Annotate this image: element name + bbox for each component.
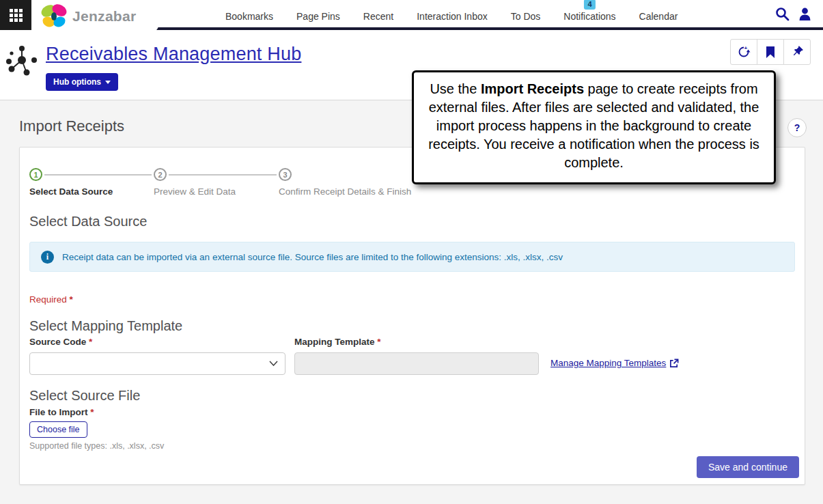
file-to-import-label: File to Import * bbox=[29, 407, 94, 417]
help-button[interactable]: ? bbox=[787, 118, 807, 137]
import-receipts-tooltip: Use the Import Receipts page to create r… bbox=[412, 70, 776, 184]
caret-down-icon bbox=[105, 81, 111, 84]
wizard-step-1-number: 1 bbox=[33, 171, 38, 179]
grid-icon bbox=[10, 9, 23, 22]
hub-molecule-icon bbox=[5, 44, 38, 78]
source-code-label-text: Source Code bbox=[29, 337, 86, 347]
supported-file-types-note: Supported file types: .xls, .xlsx, .csv bbox=[29, 441, 164, 451]
nav-page-pins[interactable]: Page Pins bbox=[296, 11, 340, 22]
required-note: Required * bbox=[29, 294, 73, 305]
save-and-continue-button[interactable]: Save and continue bbox=[697, 456, 799, 478]
hub-title-link[interactable]: Receivables Management Hub bbox=[46, 44, 301, 65]
select-source-file-heading: Select Source File bbox=[29, 388, 140, 404]
select-mapping-template-heading: Select Mapping Template bbox=[29, 318, 182, 334]
bookmark-icon bbox=[765, 46, 776, 59]
butterfly-logo-icon bbox=[40, 3, 68, 29]
nav-to-dos[interactable]: To Dos bbox=[511, 11, 541, 22]
wizard-step-2-circle: 2 bbox=[154, 168, 167, 181]
tooltip-text-bold: Import Receipts bbox=[481, 81, 584, 96]
pushpin-icon bbox=[790, 45, 804, 59]
manage-link-label: Manage Mapping Templates bbox=[550, 358, 666, 368]
info-banner: i Receipt data can be imported via an ex… bbox=[29, 242, 795, 272]
notification-count-badge: 4 bbox=[584, 0, 595, 10]
source-code-required-asterisk: * bbox=[89, 337, 92, 347]
brand-name: Jenzabar bbox=[72, 8, 136, 25]
svg-text:+: + bbox=[744, 45, 748, 51]
nav-calendar[interactable]: Calendar bbox=[639, 11, 678, 22]
user-icon[interactable] bbox=[798, 7, 812, 21]
nav-bookmarks[interactable]: Bookmarks bbox=[225, 11, 273, 22]
app-grid-button[interactable] bbox=[0, 0, 31, 30]
pin-page-button[interactable] bbox=[783, 39, 811, 65]
wizard-step-3-circle: 3 bbox=[279, 168, 292, 181]
refresh-plus-icon: + bbox=[737, 45, 751, 59]
wizard-step-2-label: Preview & Edit Data bbox=[154, 186, 236, 197]
page-title: Import Receipts bbox=[19, 117, 124, 135]
wizard-connector-1 bbox=[44, 174, 152, 176]
file-to-import-label-text: File to Import bbox=[29, 407, 88, 417]
hub-options-button[interactable]: Hub options bbox=[46, 73, 118, 91]
mapping-template-label-text: Mapping Template bbox=[294, 337, 375, 347]
top-nav: Jenzabar Bookmarks Page Pins Recent Inte… bbox=[0, 0, 823, 30]
info-banner-text: Receipt data can be imported via an exte… bbox=[62, 252, 563, 262]
import-receipts-card: 1 2 3 Select Data Source Preview & Edit … bbox=[19, 147, 805, 485]
bookmark-page-button[interactable] bbox=[757, 39, 784, 65]
file-required-asterisk: * bbox=[90, 407, 94, 417]
refresh-hub-button[interactable]: + bbox=[730, 39, 757, 65]
nav-interaction-inbox[interactable]: Interaction Inbox bbox=[417, 11, 488, 22]
wizard-step-3-number: 3 bbox=[283, 171, 287, 179]
select-data-source-heading: Select Data Source bbox=[29, 214, 147, 229]
hub-toolbar: + bbox=[730, 39, 811, 65]
mapping-template-label: Mapping Template * bbox=[294, 337, 381, 347]
search-icon[interactable] bbox=[775, 7, 790, 21]
nav-notifications-label: Notifications bbox=[563, 11, 615, 22]
wizard-step-1-circle: 1 bbox=[29, 168, 42, 181]
info-icon: i bbox=[41, 251, 54, 264]
wizard-connector-2 bbox=[169, 174, 277, 176]
nav-menu: Bookmarks Page Pins Recent Interaction I… bbox=[225, 0, 678, 27]
wizard-step-1-label: Select Data Source bbox=[29, 186, 113, 197]
wizard-step-2-number: 2 bbox=[158, 171, 162, 179]
brand-logo[interactable]: Jenzabar bbox=[31, 0, 158, 32]
mapping-template-required-asterisk: * bbox=[377, 337, 380, 347]
required-asterisk: * bbox=[70, 294, 73, 305]
external-link-icon bbox=[669, 359, 679, 368]
source-code-select[interactable] bbox=[29, 352, 285, 375]
tooltip-text-pre: Use the bbox=[430, 81, 480, 96]
manage-mapping-templates-link[interactable]: Manage Mapping Templates bbox=[550, 358, 679, 368]
source-code-label: Source Code * bbox=[29, 337, 92, 347]
question-icon: ? bbox=[794, 122, 800, 133]
choose-file-button[interactable]: Choose file bbox=[29, 421, 87, 438]
wizard-step-3-label: Confirm Receipt Details & Finish bbox=[279, 186, 411, 197]
nav-notifications[interactable]: 4 Notifications bbox=[563, 11, 615, 22]
mapping-template-input bbox=[294, 352, 539, 375]
required-label: Required bbox=[29, 294, 67, 305]
nav-recent[interactable]: Recent bbox=[363, 11, 393, 22]
nav-icon-group bbox=[775, 0, 812, 27]
hub-options-label: Hub options bbox=[53, 77, 101, 87]
